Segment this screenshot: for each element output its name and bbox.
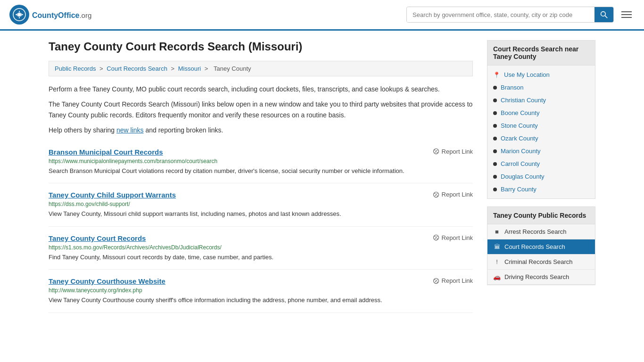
result-header-3: Taney County Courthouse Website Report L… bbox=[49, 277, 473, 285]
nearby-link-8[interactable]: Barry County bbox=[487, 183, 595, 196]
result-title-3[interactable]: Taney County Courthouse Website bbox=[49, 277, 165, 285]
breadcrumb-link-public-records[interactable]: Public Records bbox=[55, 65, 96, 72]
svg-point-19 bbox=[437, 281, 438, 282]
public-records-link-2[interactable]: ! Criminal Records Search bbox=[487, 255, 595, 270]
nearby-link-3[interactable]: Stone County bbox=[487, 119, 595, 132]
result-url-3: http://www.taneycounty.org/index.php bbox=[49, 287, 473, 294]
breadcrumb-link-court-records[interactable]: Court Records Search bbox=[107, 65, 167, 72]
dot-icon bbox=[493, 188, 497, 191]
report-icon-2 bbox=[433, 234, 439, 241]
hamburger-menu-button[interactable] bbox=[619, 8, 635, 21]
result-url-1: https://dss.mo.gov/child-support/ bbox=[49, 201, 473, 207]
svg-line-3 bbox=[605, 16, 607, 18]
public-link-icon-2: ! bbox=[493, 258, 501, 265]
report-link-0[interactable]: Report Link bbox=[433, 148, 473, 155]
hamburger-line bbox=[621, 11, 632, 12]
report-link-2[interactable]: Report Link bbox=[433, 234, 473, 241]
result-item: Taney County Court Records Report Link h… bbox=[49, 227, 473, 270]
public-records-links: ■ Arrest Records Search 🏛 Court Records … bbox=[487, 224, 595, 285]
description-1: Perform a free Taney County, MO public c… bbox=[49, 84, 473, 94]
nearby-links: 📍 Use My Location BransonChristian Count… bbox=[487, 66, 595, 198]
main-container: Taney County Court Records Search (Misso… bbox=[39, 31, 605, 322]
logo-icon bbox=[9, 5, 29, 25]
result-title-0[interactable]: Branson Municipal Court Records bbox=[49, 148, 163, 156]
public-records-link-0[interactable]: ■ Arrest Records Search bbox=[487, 224, 595, 239]
public-link-icon-3: 🚗 bbox=[493, 273, 501, 280]
result-desc-1: View Taney County, Missouri child suppor… bbox=[49, 209, 473, 219]
report-icon-0 bbox=[433, 148, 439, 155]
public-records-link-1[interactable]: 🏛 Court Records Search bbox=[487, 239, 595, 255]
public-link-label-1: Court Records Search bbox=[504, 243, 589, 250]
public-link-label-3: Driving Records Search bbox=[504, 273, 589, 280]
result-desc-0: Search Branson Municipal Court violation… bbox=[49, 166, 473, 176]
report-link-3[interactable]: Report Link bbox=[433, 277, 473, 284]
content-area: Taney County Court Records Search (Misso… bbox=[49, 40, 473, 313]
report-icon-3 bbox=[433, 278, 439, 284]
site-header: CountyOffice.org bbox=[0, 0, 644, 31]
nearby-link-7[interactable]: Douglas County bbox=[487, 170, 595, 183]
nearby-link-6[interactable]: Carroll County bbox=[487, 157, 595, 170]
nearby-title: Court Records Search near Taney County bbox=[487, 41, 595, 66]
result-item: Branson Municipal Court Records Report L… bbox=[49, 140, 473, 184]
result-title-2[interactable]: Taney County Court Records bbox=[49, 234, 146, 242]
result-header-2: Taney County Court Records Report Link bbox=[49, 234, 473, 242]
public-link-label-0: Arrest Records Search bbox=[504, 228, 589, 235]
nearby-link-0[interactable]: Branson bbox=[487, 81, 595, 94]
nearby-link-1[interactable]: Christian County bbox=[487, 94, 595, 107]
logo-area: CountyOffice.org bbox=[9, 5, 91, 25]
svg-point-6 bbox=[434, 150, 435, 151]
result-url-0: https://www.municipalonlinepayments.com/… bbox=[49, 158, 473, 165]
page-title: Taney County Court Records Search (Misso… bbox=[49, 40, 473, 53]
result-url-2: https://s1.sos.mo.gov/Records/Archives/A… bbox=[49, 244, 473, 251]
description-3: Help others by sharing new links and rep… bbox=[49, 125, 473, 135]
nearby-links-list: BransonChristian CountyBoone CountyStone… bbox=[487, 81, 595, 196]
nearby-link-5[interactable]: Marion County bbox=[487, 145, 595, 157]
svg-point-14 bbox=[434, 236, 435, 237]
result-item: Taney County Child Support Warrants Repo… bbox=[49, 183, 473, 227]
result-desc-2: Find Taney County, Missouri court record… bbox=[49, 253, 473, 262]
svg-point-10 bbox=[434, 193, 435, 194]
public-link-icon-0: ■ bbox=[493, 228, 501, 235]
result-title-1[interactable]: Taney County Child Support Warrants bbox=[49, 191, 176, 199]
public-link-icon-1: 🏛 bbox=[493, 243, 501, 250]
search-button[interactable] bbox=[594, 7, 613, 22]
breadcrumb-current: Taney County bbox=[214, 65, 251, 72]
dot-icon bbox=[493, 137, 497, 140]
search-box bbox=[406, 7, 614, 23]
report-link-1[interactable]: Report Link bbox=[433, 191, 473, 198]
svg-point-11 bbox=[437, 195, 438, 196]
svg-point-7 bbox=[437, 152, 438, 153]
svg-point-18 bbox=[434, 279, 435, 280]
public-link-label-2: Criminal Records Search bbox=[504, 258, 589, 265]
logo-text: CountyOffice.org bbox=[32, 9, 91, 20]
location-pin-icon: 📍 bbox=[493, 72, 500, 78]
use-my-location-link[interactable]: 📍 Use My Location bbox=[487, 68, 595, 81]
result-header-0: Branson Municipal Court Records Report L… bbox=[49, 148, 473, 156]
nearby-link-4[interactable]: Ozark County bbox=[487, 132, 595, 145]
dot-icon bbox=[493, 99, 497, 102]
public-records-link-3[interactable]: 🚗 Driving Records Search bbox=[487, 270, 595, 285]
hamburger-line bbox=[621, 14, 632, 15]
result-desc-3: View Taney County Courthouse county sher… bbox=[49, 296, 473, 305]
new-links-link[interactable]: new links bbox=[116, 126, 144, 134]
report-icon-1 bbox=[433, 191, 439, 198]
nearby-link-2[interactable]: Boone County bbox=[487, 107, 595, 119]
results-container: Branson Municipal Court Records Report L… bbox=[49, 140, 473, 313]
public-records-section: Taney County Public Records ■ Arrest Rec… bbox=[487, 206, 595, 285]
svg-point-2 bbox=[601, 12, 606, 16]
dot-icon bbox=[493, 149, 497, 153]
description-2: The Taney County Court Records Search (M… bbox=[49, 99, 473, 120]
result-header-1: Taney County Child Support Warrants Repo… bbox=[49, 191, 473, 199]
breadcrumb-link-missouri[interactable]: Missouri bbox=[178, 65, 201, 72]
result-item: Taney County Courthouse Website Report L… bbox=[49, 270, 473, 313]
sidebar: Court Records Search near Taney County 📍… bbox=[487, 40, 595, 313]
dot-icon bbox=[493, 124, 497, 128]
svg-point-15 bbox=[437, 238, 438, 239]
search-input[interactable] bbox=[407, 8, 594, 22]
dot-icon bbox=[493, 111, 497, 115]
dot-icon bbox=[493, 175, 497, 179]
header-right bbox=[406, 7, 635, 23]
breadcrumb: Public Records > Court Records Search > … bbox=[49, 61, 473, 76]
dot-icon bbox=[493, 86, 497, 90]
public-records-title: Taney County Public Records bbox=[487, 207, 595, 224]
